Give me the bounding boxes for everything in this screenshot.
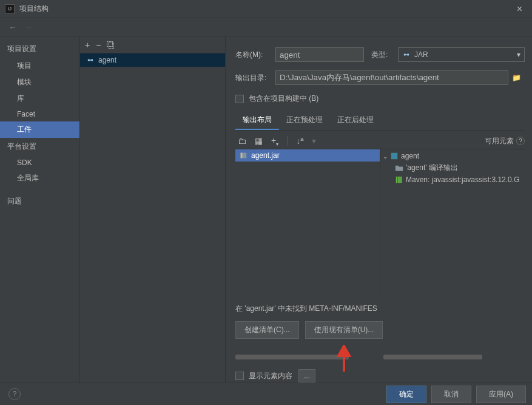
chevron-down-icon: ⌄ [383, 153, 390, 160]
sidebar: 项目设置 项目 模块 库 Facet 工件 平台设置 SDK 全局库 问题 [0, 36, 80, 383]
tab-post-processing[interactable]: 正在后处理 [330, 111, 381, 130]
add-copy-icon[interactable]: +▾ [269, 135, 281, 147]
svg-rect-8 [391, 153, 398, 160]
include-build-label: 包含在项目构建中 (B) [249, 94, 318, 104]
artifact-entry-label: agent [98, 56, 116, 64]
jar-icon [402, 50, 411, 59]
name-input[interactable] [275, 47, 364, 62]
back-icon[interactable]: ← [5, 22, 21, 32]
archive-icon [239, 151, 247, 160]
nav-bar: ← → [0, 18, 532, 36]
forward-icon[interactable]: → [21, 22, 36, 32]
sidebar-item-project[interactable]: 项目 [0, 58, 79, 74]
output-tree: agent.jar [235, 149, 380, 295]
svg-rect-6 [240, 153, 247, 158]
new-archive-icon[interactable]: ▦ [252, 136, 265, 146]
svg-point-3 [404, 53, 406, 56]
sort-icon[interactable]: ↓ª [294, 136, 306, 146]
help-icon[interactable]: ? [8, 388, 21, 400]
layout-toolbar: 🗀 ▦ +▾ ↓ª ▾ 可用元素 ? [235, 134, 525, 148]
help-small-icon[interactable]: ? [516, 137, 525, 145]
output-label: 输出目录: [235, 73, 275, 83]
tree-child-compile-output[interactable]: 'agent' 编译输出 [380, 162, 525, 174]
svg-rect-11 [400, 177, 402, 183]
footer: ? 确定 取消 应用(A) [0, 383, 532, 405]
sidebar-item-global-libs[interactable]: 全局库 [0, 170, 79, 186]
tree-root-agent[interactable]: ⌄ agent [380, 151, 525, 162]
sidebar-section-platform: 平台设置 [0, 138, 79, 155]
new-folder-icon[interactable]: 🗀 [235, 136, 249, 146]
svg-rect-7 [241, 153, 243, 158]
available-tree: ⌄ agent 'agent' 编译输出 Maven: javassist:ja… [380, 149, 525, 295]
chevron-down-icon: ▾ [517, 50, 520, 59]
type-label: 类型: [371, 50, 398, 60]
title-bar: IJ 项目结构 × [0, 0, 532, 18]
expand-icon[interactable]: ▾ [309, 136, 318, 146]
type-select[interactable]: JAR ▾ [398, 47, 525, 62]
apply-button[interactable]: 应用(A) [476, 386, 526, 403]
svg-point-1 [91, 59, 93, 61]
sidebar-item-problems[interactable]: 问题 [0, 192, 79, 210]
sidebar-item-artifacts[interactable]: 工件 [0, 121, 79, 138]
app-logo-icon: IJ [5, 4, 15, 14]
remove-icon[interactable]: − [96, 40, 101, 50]
tabs: 输出布局 正在预处理 正在后处理 [235, 111, 525, 131]
use-manifest-button[interactable]: 使用现有清单(U)... [305, 321, 383, 339]
manifest-info: 在 'agent.jar' 中未找到 META-INF/MANIFES 创建清单… [235, 301, 525, 339]
jar-tree-item[interactable]: agent.jar [235, 149, 380, 162]
svg-rect-10 [398, 177, 400, 183]
scrollbar-right[interactable] [383, 355, 525, 361]
tree-child-maven-lib[interactable]: Maven: javassist:javassist:3.12.0.G [380, 174, 525, 185]
cancel-button[interactable]: 取消 [431, 386, 471, 403]
svg-rect-2 [90, 60, 91, 61]
artifact-toolbar: + − ⿻ [80, 36, 225, 53]
add-icon[interactable]: + [85, 40, 90, 50]
window-title: 项目结构 [19, 4, 512, 14]
svg-point-4 [407, 53, 409, 56]
artifact-entry-agent[interactable]: agent [80, 53, 225, 67]
svg-rect-5 [406, 54, 407, 55]
tab-pre-processing[interactable]: 正在预处理 [279, 111, 330, 130]
tab-output-layout[interactable]: 输出布局 [235, 111, 279, 130]
module-icon [390, 152, 399, 160]
detail-panel: 名称(M): 类型: JAR ▾ 输出目录: 📁 包含在项目构建中 (B) 输出… [226, 36, 532, 383]
folder-icon [395, 164, 403, 172]
create-manifest-button[interactable]: 创建清单(C)... [235, 321, 299, 339]
sidebar-item-libraries[interactable]: 库 [0, 90, 79, 107]
ok-button[interactable]: 确定 [386, 386, 426, 403]
svg-point-0 [88, 59, 90, 61]
name-label: 名称(M): [235, 50, 275, 60]
show-content-label: 显示元素内容 [249, 371, 292, 381]
output-input[interactable] [275, 70, 508, 85]
sidebar-item-modules[interactable]: 模块 [0, 74, 79, 90]
artifact-list-panel: + − ⿻ agent [80, 36, 226, 383]
library-icon [395, 175, 403, 184]
svg-rect-9 [396, 177, 398, 183]
copy-icon[interactable]: ⿻ [107, 40, 115, 50]
available-elements-label: 可用元素 ? [485, 136, 525, 146]
sidebar-item-facet[interactable]: Facet [0, 107, 79, 121]
sidebar-item-sdk[interactable]: SDK [0, 155, 79, 170]
manifest-msg: 在 'agent.jar' 中未找到 META-INF/MANIFES [235, 301, 525, 316]
jar-icon [86, 56, 95, 64]
browse-folder-icon[interactable]: 📁 [508, 73, 525, 82]
sidebar-section-project: 项目设置 [0, 40, 79, 58]
close-icon[interactable]: × [512, 1, 527, 17]
scrollbar-left[interactable] [235, 355, 377, 361]
include-build-checkbox[interactable] [235, 95, 244, 103]
show-content-checkbox[interactable] [235, 372, 244, 380]
more-button[interactable]: ... [298, 369, 315, 383]
